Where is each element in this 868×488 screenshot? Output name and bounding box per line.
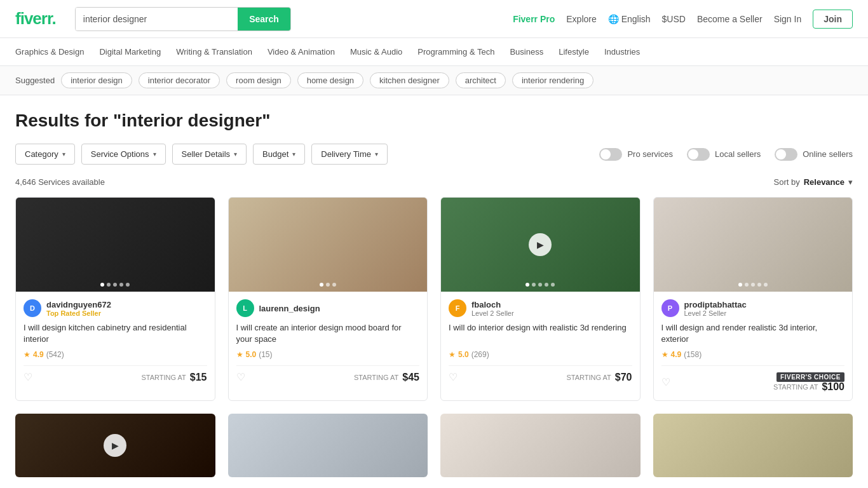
cat-nav-item[interactable]: Industries — [604, 47, 640, 57]
cat-nav-item[interactable]: Writing & Translation — [176, 47, 252, 57]
top-rated-badge: Top Rated Seller — [46, 309, 111, 317]
suggested-tag[interactable]: room design — [226, 72, 291, 88]
avatar: P — [661, 299, 679, 317]
carousel-dots — [320, 283, 336, 287]
rating-count: (158) — [684, 350, 702, 359]
suggested-tag[interactable]: architect — [456, 72, 506, 88]
currency-selector[interactable]: $USD — [662, 14, 686, 24]
cat-nav-item[interactable]: Music & Audio — [350, 47, 402, 57]
suggested-tag[interactable]: interior design — [61, 72, 132, 88]
search-button[interactable]: Search — [238, 8, 290, 30]
seller-details: laurenn_design — [259, 304, 320, 313]
carousel-dot — [320, 283, 323, 287]
starting-at-label: STARTING AT $15 — [142, 372, 207, 383]
card-title: I will do interior design with realistic… — [449, 322, 632, 345]
language-selector[interactable]: 🌐 English — [608, 14, 651, 24]
service-card-partial[interactable] — [228, 414, 428, 477]
favorite-button[interactable]: ♡ — [236, 371, 245, 383]
play-button[interactable]: ▶ — [104, 434, 126, 457]
favorite-button[interactable]: ♡ — [24, 371, 32, 383]
cat-nav-item[interactable]: Graphics & Design — [15, 47, 84, 57]
become-seller-link[interactable]: Become a Seller — [697, 14, 763, 24]
cards-grid-bottom: ▶ — [15, 414, 853, 477]
play-button[interactable]: ▶ — [529, 233, 552, 256]
toggle-switch[interactable] — [599, 148, 622, 161]
starting-at-label: STARTING AT $100 — [773, 381, 844, 393]
category-filter[interactable]: Category▾ — [15, 144, 75, 165]
carousel-dot — [326, 283, 330, 287]
results-heading: Results for "interior designer" — [15, 111, 853, 131]
seller-info: D davidnguyen672 Top Rated Seller — [24, 299, 207, 317]
delivery-time-filter[interactable]: Delivery Time▾ — [311, 144, 388, 165]
service-card[interactable]: L laurenn_design I will create an interi… — [228, 197, 428, 401]
fiverrs-choice-badge: FIVERR'S CHOICE — [776, 372, 844, 382]
suggested-tag[interactable]: kitchen designer — [370, 72, 449, 88]
suggested-tag[interactable]: interior rendering — [512, 72, 593, 88]
card-rating: ★ 5.0 (269) — [449, 350, 632, 359]
service-card-partial[interactable] — [440, 414, 641, 477]
header: fiverr. Search Fiverr Pro Explore 🌐 Engl… — [0, 0, 868, 38]
service-options-filter[interactable]: Service Options▾ — [81, 144, 166, 165]
service-card-partial[interactable] — [653, 414, 853, 477]
sort-chevron-icon: ▾ — [848, 177, 853, 187]
starting-at-label: STARTING AT $45 — [354, 372, 419, 383]
star-icon: ★ — [236, 350, 243, 359]
rating-count: (269) — [471, 350, 489, 359]
fiverr-pro-link[interactable]: Fiverr Pro — [513, 14, 555, 24]
toggle-switch[interactable] — [687, 148, 710, 161]
carousel-dots — [738, 283, 768, 287]
avatar: D — [24, 299, 41, 317]
starting-at-text: STARTING AT — [142, 374, 186, 381]
cat-nav-item[interactable]: Programming & Tech — [417, 47, 494, 57]
sort-by[interactable]: Sort by Relevance ▾ — [773, 177, 853, 187]
price-value: $15 — [190, 372, 207, 383]
cat-nav-item[interactable]: Video & Animation — [268, 47, 335, 57]
suggested-tag[interactable]: home design — [297, 72, 363, 88]
price-section: STARTING AT $70 — [567, 372, 632, 383]
starting-at-label: STARTING AT $70 — [567, 372, 632, 383]
card-image — [229, 198, 428, 292]
chevron-down-icon: ▾ — [153, 151, 156, 158]
budget-filter[interactable]: Budget▾ — [253, 144, 305, 165]
service-card[interactable]: D davidnguyen672 Top Rated Seller I will… — [15, 197, 215, 401]
cat-nav-item[interactable]: Digital Marketing — [99, 47, 161, 57]
seller-details-filter[interactable]: Seller Details▾ — [172, 144, 247, 165]
favorite-button[interactable]: ♡ — [661, 376, 670, 388]
carousel-dot — [738, 283, 742, 287]
price-section: STARTING AT $45 — [354, 372, 419, 383]
search-input[interactable] — [76, 8, 238, 30]
filter-label: Category — [25, 149, 58, 159]
card-title: I will design kitchen cabinetry and resi… — [24, 322, 207, 345]
rating-count: (15) — [259, 350, 272, 359]
filter-label: Seller Details — [182, 149, 231, 159]
search-bar: Search — [75, 7, 291, 31]
rating-count: (542) — [46, 350, 64, 359]
starting-at-text: STARTING AT — [354, 374, 398, 381]
carousel-dot — [526, 283, 529, 287]
cat-nav-item[interactable]: Business — [510, 47, 543, 57]
sign-in-link[interactable]: Sign In — [774, 14, 802, 24]
favorite-button[interactable]: ♡ — [449, 371, 458, 383]
card-image — [16, 198, 215, 292]
category-nav: Graphics & DesignDigital MarketingWritin… — [0, 38, 868, 66]
service-card[interactable]: P prodiptabhattac Level 2 Seller I will … — [653, 197, 853, 401]
chevron-down-icon: ▾ — [292, 151, 295, 158]
online-sellers-toggle: Online sellers — [775, 148, 853, 161]
carousel-dot — [538, 283, 542, 287]
toggle-knob — [600, 149, 611, 159]
join-button[interactable]: Join — [813, 10, 853, 29]
card-footer: ♡ FIVERR'S CHOICE STARTING AT $100 — [661, 365, 845, 393]
seller-details: prodiptabhattac Level 2 Seller — [684, 300, 747, 317]
toggle-switch[interactable] — [775, 148, 797, 161]
suggested-tag[interactable]: interior decorator — [139, 72, 220, 88]
rating-number: 5.0 — [458, 350, 469, 359]
seller-details: fbaloch Level 2 Seller — [471, 300, 514, 317]
service-card-partial[interactable]: ▶ — [15, 414, 215, 477]
carousel-dot — [119, 283, 123, 287]
cat-nav-item[interactable]: Lifestyle — [559, 47, 589, 57]
service-card[interactable]: ▶ F fbaloch Level 2 Seller I will do int… — [440, 197, 641, 401]
explore-link[interactable]: Explore — [566, 14, 596, 24]
fiverr-logo: fiverr. — [15, 9, 56, 29]
avatar: L — [236, 299, 254, 317]
star-icon: ★ — [24, 350, 31, 359]
